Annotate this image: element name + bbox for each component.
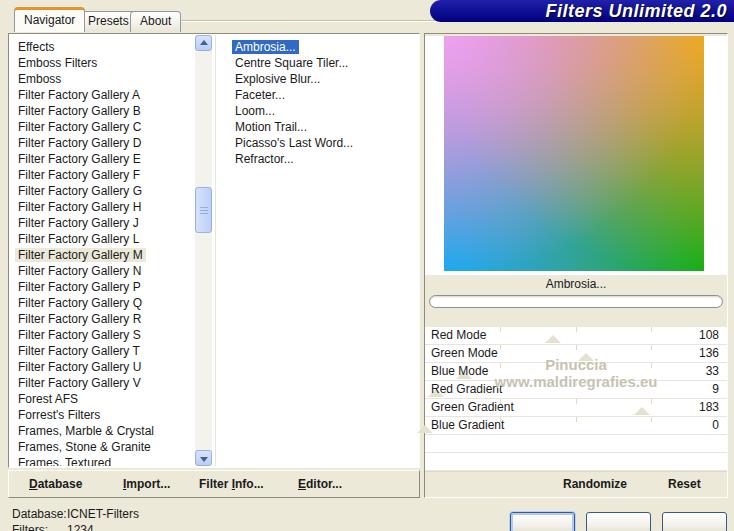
param-label: Blue Mode <box>431 363 488 380</box>
category-item[interactable]: Filter Factory Gallery N <box>10 263 194 279</box>
panel-footer: Randomize Reset <box>425 471 727 501</box>
parameter-table: Red Mode 108 Green Mode 136 Blue Mode 33… <box>425 327 727 435</box>
parameter-row[interactable]: Green Gradient 183 <box>425 399 727 417</box>
category-item[interactable]: Filter Factory Gallery B <box>10 103 194 119</box>
category-item[interactable]: Emboss <box>10 71 194 87</box>
category-item[interactable]: Filter Factory Gallery S <box>10 327 194 343</box>
parameter-filler <box>425 435 727 471</box>
category-item[interactable]: Filter Factory Gallery P <box>10 279 194 295</box>
filter-item[interactable]: Loom... <box>227 103 418 119</box>
category-item[interactable]: Frames, Stone & Granite <box>10 439 194 455</box>
library-button[interactable]: Database <box>29 471 82 497</box>
filter-item-label: Refractor... <box>232 152 297 166</box>
param-value: 136 <box>699 345 719 362</box>
scroll-down-button[interactable] <box>195 450 212 466</box>
category-item[interactable]: Filter Factory Gallery G <box>10 183 194 199</box>
category-item[interactable]: Filter Factory Gallery L <box>10 231 194 247</box>
parameter-row[interactable]: Blue Mode 33 <box>425 363 727 381</box>
filter-item-label: Centre Square Tiler... <box>232 56 351 70</box>
category-item[interactable]: Forrest's Filters <box>10 407 194 423</box>
category-item-label: Filter Factory Gallery C <box>15 120 144 134</box>
arrow-up-icon <box>200 40 208 45</box>
category-item-label: Filter Factory Gallery L <box>15 232 142 246</box>
filter-item[interactable]: Explosive Blur... <box>227 71 418 87</box>
dialog-button[interactable] <box>586 512 651 531</box>
dialog-button[interactable] <box>510 512 575 531</box>
tab[interactable]: Navigator <box>14 7 85 32</box>
category-item[interactable]: Effects <box>10 39 194 55</box>
category-item-label: Filter Factory Gallery U <box>15 360 144 374</box>
status-row: Database:ICNET-Filters <box>12 506 139 522</box>
category-item[interactable]: Filter Factory Gallery A <box>10 87 194 103</box>
category-item[interactable]: Filter Factory Gallery M <box>10 247 194 263</box>
category-item-label: Filter Factory Gallery V <box>15 376 144 390</box>
param-slider-thumb[interactable] <box>634 407 650 415</box>
scrollbar-thumb[interactable] <box>195 187 212 233</box>
arrow-down-icon <box>200 457 208 462</box>
filter-item-label: Ambrosia... <box>232 40 299 54</box>
preview-slider[interactable] <box>429 295 723 308</box>
category-item[interactable]: Filter Factory Gallery F <box>10 167 194 183</box>
category-item[interactable]: Emboss Filters <box>10 55 194 71</box>
filter-item[interactable]: Centre Square Tiler... <box>227 55 418 71</box>
parameter-row[interactable]: Red Gradient 9 <box>425 381 727 399</box>
dialog-button[interactable] <box>662 512 727 531</box>
category-item-label: Filter Factory Gallery B <box>15 104 144 118</box>
lists-panel: Effects Emboss Filters Emboss Filter Fac… <box>8 33 420 468</box>
category-item[interactable]: Filter Factory Gallery T <box>10 343 194 359</box>
param-value: 9 <box>712 381 719 398</box>
param-slider-thumb[interactable] <box>578 353 594 361</box>
parameter-row[interactable]: Red Mode 108 <box>425 327 727 345</box>
status-label: Filters: <box>12 522 67 531</box>
library-button[interactable]: Editor... <box>298 471 342 497</box>
filter-item[interactable]: Picasso's Last Word... <box>227 135 418 151</box>
category-item[interactable]: Forest AFS <box>10 391 194 407</box>
category-item[interactable]: Frames, Marble & Crystal <box>10 423 194 439</box>
filter-item[interactable]: Refractor... <box>227 151 418 167</box>
category-list[interactable]: Effects Emboss Filters Emboss Filter Fac… <box>10 35 194 466</box>
filter-item[interactable]: Motion Trail... <box>227 119 418 135</box>
param-label: Green Mode <box>431 345 498 362</box>
category-item-label: Forrest's Filters <box>15 408 103 422</box>
category-item-label: Filter Factory Gallery D <box>15 136 144 150</box>
scroll-up-button[interactable] <box>195 35 212 51</box>
category-item[interactable]: Filter Factory Gallery R <box>10 311 194 327</box>
category-item[interactable]: Filter Factory Gallery J <box>10 215 194 231</box>
randomize-button[interactable]: Randomize <box>563 477 627 491</box>
filter-list[interactable]: Ambrosia... Centre Square Tiler... Explo… <box>216 35 418 466</box>
category-item[interactable]: Frames, Textured <box>10 455 194 466</box>
category-item-label: Filter Factory Gallery N <box>15 264 144 278</box>
category-item-label: Frames, Textured <box>15 456 114 466</box>
filter-item[interactable]: Ambrosia... <box>227 39 418 55</box>
category-item-label: Filter Factory Gallery S <box>15 328 144 342</box>
category-item[interactable]: Filter Factory Gallery U <box>10 359 194 375</box>
category-item-label: Filter Factory Gallery H <box>15 200 144 214</box>
app-banner: Filters Unlimited 2.0 <box>430 0 734 22</box>
category-item-label: Effects <box>15 40 57 54</box>
library-button[interactable]: Filter Info... <box>199 471 264 497</box>
library-button[interactable]: Import... <box>123 471 170 497</box>
category-item-label: Filter Factory Gallery A <box>15 88 143 102</box>
category-item-label: Filter Factory Gallery E <box>15 152 144 166</box>
preview-gradient <box>444 36 704 271</box>
category-item[interactable]: Filter Factory Gallery E <box>10 151 194 167</box>
category-item[interactable]: Filter Factory Gallery D <box>10 135 194 151</box>
tab[interactable]: About <box>130 11 181 32</box>
param-label: Green Gradient <box>431 399 514 416</box>
param-value: 108 <box>699 327 719 344</box>
category-item-label: Filter Factory Gallery F <box>15 168 143 182</box>
param-slider-thumb[interactable] <box>545 335 561 343</box>
category-item[interactable]: Filter Factory Gallery Q <box>10 295 194 311</box>
filter-item[interactable]: Faceter... <box>227 87 418 103</box>
category-item[interactable]: Filter Factory Gallery V <box>10 375 194 391</box>
category-item-label: Emboss Filters <box>15 56 100 70</box>
parameter-row[interactable]: Green Mode 136 <box>425 345 727 363</box>
category-scrollbar[interactable] <box>195 35 212 466</box>
filter-item-label: Motion Trail... <box>232 120 310 134</box>
reset-button[interactable]: Reset <box>668 477 701 491</box>
parameter-row[interactable]: Blue Gradient 0 <box>425 417 727 435</box>
category-item[interactable]: Filter Factory Gallery H <box>10 199 194 215</box>
category-item-label: Filter Factory Gallery M <box>15 248 146 262</box>
category-item[interactable]: Filter Factory Gallery C <box>10 119 194 135</box>
filter-item-label: Picasso's Last Word... <box>232 136 356 150</box>
